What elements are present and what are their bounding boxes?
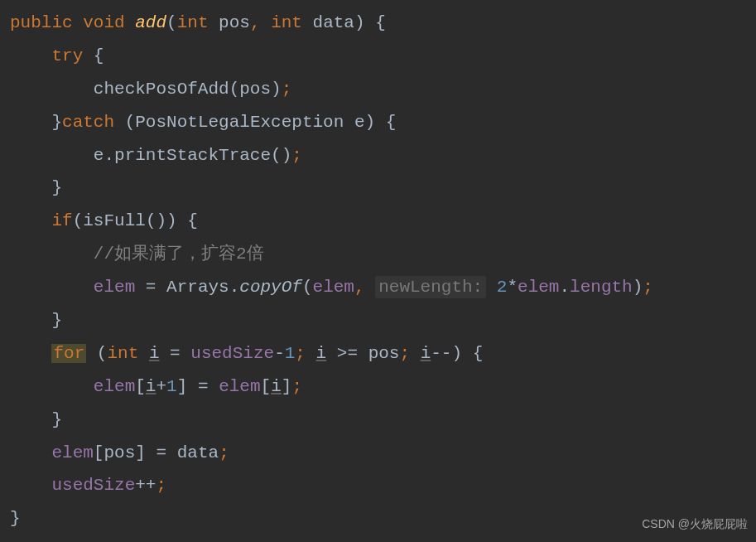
keyword-for: for <box>51 344 86 363</box>
param-pos: pos <box>219 13 250 32</box>
keyword-if: if <box>51 211 72 230</box>
literal-2: 2 <box>497 278 508 297</box>
field-elem: elem <box>94 278 135 297</box>
arr-elem3: elem <box>51 443 93 462</box>
param-data: data <box>313 13 354 32</box>
keyword-public: public <box>10 13 73 32</box>
var-i2: i <box>316 344 327 363</box>
keyword-catch: catch <box>62 113 114 132</box>
var-e: e <box>94 146 104 165</box>
arr-elem: elem <box>94 377 135 396</box>
idx-i: i <box>146 377 156 396</box>
literal-1b: 1 <box>166 377 177 396</box>
type-int2: int <box>107 344 138 363</box>
arg-pos: pos <box>239 80 271 99</box>
class-arrays: Arrays <box>166 278 229 297</box>
arg-elem: elem <box>313 278 354 297</box>
type-int: int <box>177 13 209 32</box>
var-pos: pos <box>368 344 400 363</box>
keyword-void: void <box>83 13 124 32</box>
idx-i2: i <box>271 377 282 396</box>
call-isfull: isFull <box>83 211 146 230</box>
arr-elem2: elem <box>219 377 260 396</box>
call-checkpos: checkPosOfAdd <box>94 80 229 99</box>
exception-type: PosNotLegalException <box>135 113 344 132</box>
comment-text: //如果满了，扩容2倍 <box>94 244 264 264</box>
method-name: add <box>135 13 166 32</box>
field-usedsize2: usedSize <box>51 476 135 495</box>
var-i3: i <box>421 344 431 363</box>
param-hint: newLength: <box>375 276 486 298</box>
keyword-try: try <box>51 46 83 65</box>
type-int: int <box>271 13 302 32</box>
op-mult: * <box>507 278 518 297</box>
prop-length: length <box>570 278 633 297</box>
var-i: i <box>149 344 160 363</box>
var-data: data <box>177 443 219 462</box>
idx-pos: pos <box>104 443 135 462</box>
call-copyof: copyOf <box>239 278 302 297</box>
field-elem2: elem <box>518 278 559 297</box>
literal-1: 1 <box>285 344 296 363</box>
watermark-text: CSDN @火烧屁屁啦 <box>642 513 748 535</box>
field-usedsize: usedSize <box>190 344 274 363</box>
code-block: public void add(int pos, int data) { try… <box>10 7 746 535</box>
exception-var: e <box>354 113 365 132</box>
call-printstack: printStackTrace <box>114 146 271 165</box>
